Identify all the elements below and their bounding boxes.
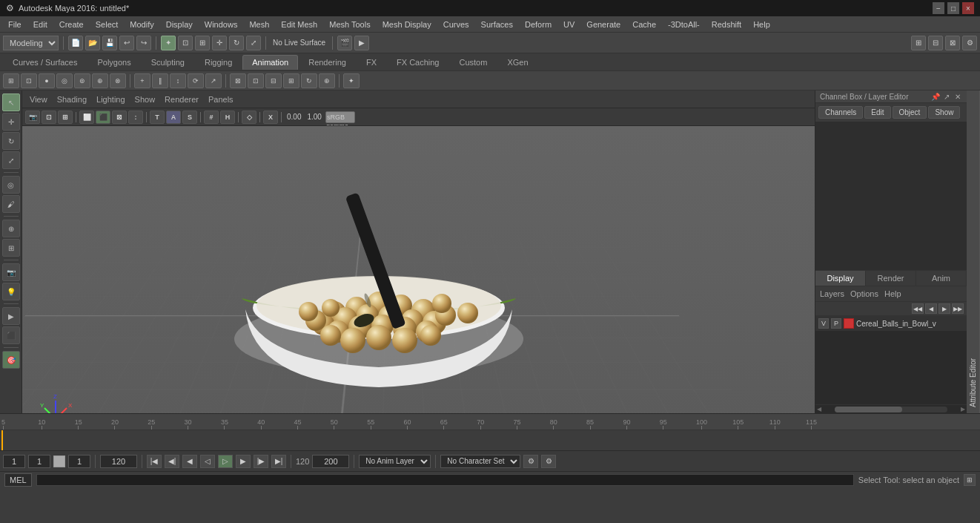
save-button[interactable]: 💾: [102, 36, 117, 50]
vpt-smooth-shade[interactable]: ⬛: [96, 111, 110, 124]
tab-sculpting[interactable]: Sculpting: [142, 55, 194, 70]
menu-surfaces[interactable]: Surfaces: [476, 19, 518, 30]
mel-label[interactable]: MEL: [4, 473, 32, 487]
anim-btn-5[interactable]: ⊚: [74, 73, 90, 88]
menu-file[interactable]: File: [3, 19, 27, 30]
new-scene-button[interactable]: 📄: [68, 36, 83, 50]
command-input[interactable]: [36, 474, 854, 486]
right-toolbar-btn4[interactable]: ⚙: [962, 36, 977, 50]
layers-menu-item[interactable]: Layers: [820, 289, 844, 298]
vpt-grid[interactable]: #: [204, 111, 219, 124]
tab-rendering[interactable]: Rendering: [299, 55, 356, 70]
cb-icon-pin[interactable]: 📌: [931, 92, 940, 101]
cb-object-tab[interactable]: Object: [893, 106, 927, 119]
vpt-hud[interactable]: H: [220, 111, 235, 124]
step-forward-btn[interactable]: ▶: [236, 455, 251, 468]
scale-lt-button[interactable]: ⤢: [2, 151, 20, 169]
vp-panels[interactable]: Panels: [204, 93, 238, 105]
anim-btn-10[interactable]: ↕: [170, 73, 186, 88]
menu-curves[interactable]: Curves: [438, 19, 474, 30]
move-button[interactable]: ✛: [212, 36, 227, 50]
vpt-wireframe[interactable]: ⬜: [79, 111, 94, 124]
vpt-camera[interactable]: 📷: [25, 111, 40, 124]
snap2-button[interactable]: ⊞: [2, 239, 20, 257]
anim-btn-13[interactable]: ⊠: [230, 73, 246, 88]
anim-settings-btn[interactable]: ⚙: [523, 455, 538, 468]
anim-btn-2[interactable]: ⊡: [21, 73, 37, 88]
layer-color-swatch[interactable]: [844, 318, 854, 329]
paint-select-button[interactable]: ⊞: [195, 36, 210, 50]
rotate-lt-button[interactable]: ↻: [2, 132, 20, 150]
camera-button[interactable]: 📷: [2, 263, 20, 281]
scroll-left-btn[interactable]: ◀: [815, 406, 823, 412]
select-lt-button[interactable]: ↖: [2, 93, 20, 111]
vp-lighting[interactable]: Lighting: [92, 93, 130, 105]
menu-deform[interactable]: Deform: [520, 19, 557, 30]
layer-render-tab[interactable]: Render: [866, 271, 916, 286]
layer-p-toggle[interactable]: P: [831, 318, 841, 329]
cb-edit-tab[interactable]: Edit: [864, 106, 890, 119]
vpt-display1[interactable]: ⊞: [58, 111, 73, 124]
current-frame-input[interactable]: [28, 455, 50, 468]
vpt-shade-wire[interactable]: ⊠: [112, 111, 127, 124]
tab-fx[interactable]: FX: [357, 55, 386, 70]
redo-button[interactable]: ↪: [136, 36, 151, 50]
anim-btn-19[interactable]: ✦: [343, 73, 360, 88]
lasso-button[interactable]: ⊡: [178, 36, 193, 50]
tab-animation[interactable]: Animation: [242, 55, 298, 70]
menu-3dtall[interactable]: -3DtoAll-: [663, 19, 705, 30]
scroll-thumb[interactable]: [835, 407, 902, 412]
anim-btn-8[interactable]: +: [134, 73, 150, 88]
play-back-btn[interactable]: ◁: [200, 455, 215, 468]
anim-btn-11[interactable]: ⟳: [188, 73, 204, 88]
options-menu-item[interactable]: Options: [850, 289, 878, 298]
paint-button[interactable]: 🖌: [2, 195, 20, 213]
attribute-editor-label[interactable]: Attribute Editor: [967, 91, 980, 413]
layer-display-tab[interactable]: Display: [815, 271, 866, 286]
current-frame-input2[interactable]: [68, 455, 90, 468]
tab-fx-caching[interactable]: FX Caching: [387, 55, 448, 70]
vpt-shadow[interactable]: S: [182, 111, 197, 124]
anim-btn-17[interactable]: ↻: [301, 73, 317, 88]
vp-show[interactable]: Show: [130, 93, 160, 105]
end-frame2-input[interactable]: [312, 455, 349, 468]
light-button[interactable]: 💡: [2, 283, 20, 300]
menu-mesh-tools[interactable]: Mesh Tools: [324, 19, 375, 30]
tab-polygons[interactable]: Polygons: [87, 55, 140, 70]
render-button[interactable]: ▶: [354, 36, 369, 50]
move-lt-button[interactable]: ✛: [2, 113, 20, 131]
render-settings-button[interactable]: 🎬: [337, 36, 352, 50]
anim-btn-12[interactable]: ↗: [205, 73, 222, 88]
menu-select[interactable]: Select: [90, 19, 124, 30]
tab-xgen[interactable]: XGen: [497, 55, 537, 70]
anim-btn-6[interactable]: ⊕: [92, 73, 108, 88]
anim-btn-3[interactable]: ●: [39, 73, 55, 88]
undo-button[interactable]: ↩: [119, 36, 134, 50]
menu-uv[interactable]: UV: [558, 19, 580, 30]
play-forward-btn[interactable]: ▷: [218, 455, 233, 468]
menu-generate[interactable]: Generate: [581, 19, 626, 30]
script-icon[interactable]: ⊞: [964, 474, 976, 486]
menu-windows[interactable]: Windows: [199, 19, 243, 30]
step-back-frame-btn[interactable]: ◀: [182, 455, 197, 468]
vpt-x-ray[interactable]: X: [263, 111, 278, 124]
viewport[interactable]: View Shading Lighting Show Renderer Pane…: [22, 91, 815, 413]
anim-btn-1[interactable]: ⊞: [3, 73, 19, 88]
cb-show-tab[interactable]: Show: [928, 106, 960, 119]
workspace-dropdown[interactable]: Modeling: [3, 36, 59, 50]
layer-anim-tab[interactable]: Anim: [916, 271, 967, 286]
vp-shading[interactable]: Shading: [53, 93, 91, 105]
menu-redshift[interactable]: Redshift: [706, 19, 746, 30]
ipr-button[interactable]: ⬛: [2, 326, 20, 344]
menu-mesh-display[interactable]: Mesh Display: [377, 19, 437, 30]
anim-btn-9[interactable]: ‖: [152, 73, 168, 88]
right-toolbar-btn3[interactable]: ⊠: [945, 36, 960, 50]
vpt-texture[interactable]: T: [150, 111, 165, 124]
menu-modify[interactable]: Modify: [125, 19, 159, 30]
scene-canvas[interactable]: X Y Z persp: [22, 126, 815, 413]
rotate-button[interactable]: ↻: [229, 36, 244, 50]
go-to-end-btn[interactable]: ▶|: [271, 455, 286, 468]
step-forward-frame-btn[interactable]: |▶: [254, 455, 268, 468]
window-controls[interactable]: − □ ×: [933, 2, 974, 14]
anim-btn-18[interactable]: ⊕: [319, 73, 335, 88]
